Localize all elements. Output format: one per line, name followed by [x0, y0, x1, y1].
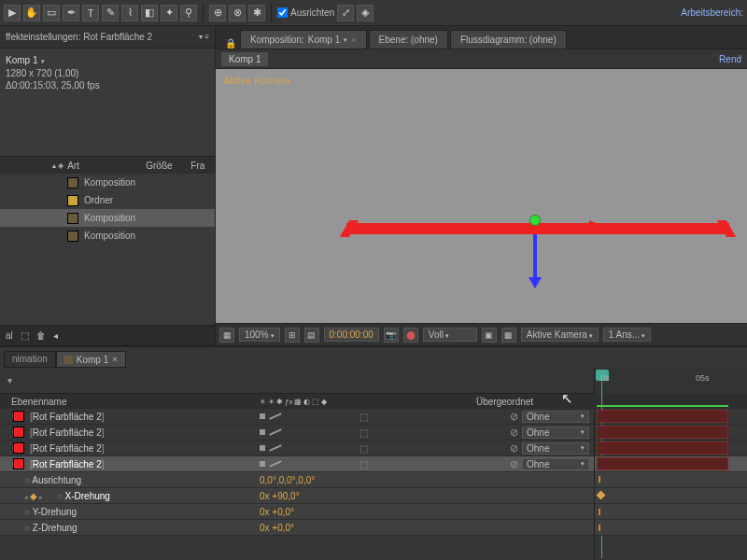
resolution-dropdown[interactable]: Voll [423, 328, 477, 342]
layer-bar[interactable] [597, 457, 728, 470]
project-item[interactable]: Komposition [0, 227, 215, 245]
keyframe-nav-icon[interactable]: ◆ [24, 491, 43, 501]
panel-menu-icon[interactable]: ▾ ≡ [199, 33, 209, 41]
workspace-label[interactable]: Arbeitsbereich: [681, 7, 743, 18]
orientation-value[interactable]: 0,0°,0,0°,0,0° [260, 475, 315, 485]
effect-controls-header[interactable]: ffekteinstellungen: Rot Farbfläche 2 ▾ ≡ [0, 26, 215, 49]
parent-dropdown[interactable]: Ohne [522, 427, 589, 439]
brush-tool-icon[interactable]: ✎ [102, 5, 119, 21]
hand-tool-icon[interactable]: ✋ [23, 5, 40, 21]
z-axis-gizmo[interactable] [533, 234, 537, 279]
col-type[interactable]: Art [67, 161, 142, 171]
search-dropdown-icon[interactable]: ▾ [7, 375, 12, 385]
roi-icon[interactable]: ▣ [482, 328, 497, 343]
col-size[interactable]: Größe [146, 161, 187, 171]
project-item[interactable]: Ordner [0, 191, 215, 209]
composition-viewport[interactable]: Aktive Kamera [216, 69, 747, 323]
yrotation-value[interactable]: 0x +0,0° [260, 507, 294, 517]
zoom-dropdown[interactable]: 100% [239, 328, 280, 342]
layer-bar[interactable] [597, 441, 728, 455]
shy-switch[interactable] [260, 413, 265, 419]
view-axis-icon[interactable]: ✱ [248, 5, 265, 21]
3d-switch-icon[interactable]: ⬚ [359, 412, 368, 422]
3d-switch-icon[interactable]: ⬚ [359, 443, 368, 454]
pickwhip-icon[interactable]: ⊘ [510, 411, 518, 423]
scroll-left-icon[interactable]: ◂ [53, 330, 58, 341]
text-tool-icon[interactable]: T [82, 5, 99, 21]
project-footer-tab[interactable]: al [6, 330, 13, 341]
world-axis-icon[interactable]: ⊗ [229, 5, 246, 21]
mask-toggle-icon[interactable]: ▤ [304, 328, 319, 343]
safe-zones-icon[interactable]: ⊞ [285, 328, 300, 343]
close-icon[interactable]: × [112, 355, 117, 364]
layer-color-swatch[interactable] [13, 411, 24, 422]
snap-checkbox[interactable] [277, 7, 288, 18]
y-axis-gizmo[interactable] [529, 215, 541, 226]
solo-switch[interactable] [269, 444, 282, 452]
work-area-bar[interactable] [597, 405, 728, 407]
timeline-tab-comp[interactable]: Komp 1 × [56, 351, 126, 368]
snap-opt2-icon[interactable]: ◈ [357, 5, 374, 21]
3d-switch-icon[interactable]: ⬚ [359, 459, 368, 469]
close-icon[interactable]: × [351, 35, 356, 45]
shy-switch[interactable] [260, 461, 265, 467]
snap-opt1-icon[interactable]: ⤢ [337, 5, 354, 21]
zrotation-value[interactable]: 0x +0,0° [260, 523, 294, 533]
tab-layer[interactable]: Ebene: (ohne) [369, 30, 448, 49]
project-item[interactable]: Komposition [0, 209, 215, 227]
roto-tool-icon[interactable]: ✦ [161, 5, 177, 21]
grid-icon[interactable]: ▩ [501, 328, 516, 343]
snap-toggle[interactable]: Ausrichten [277, 7, 334, 18]
col-layer-name[interactable]: Ebenenname [11, 397, 67, 407]
keyframe-icon[interactable] [597, 491, 606, 500]
views-dropdown[interactable]: 1 Ans... [603, 328, 651, 342]
bpc-icon[interactable]: ⬚ [21, 330, 29, 341]
puppet-tool-icon[interactable]: ⚲ [180, 5, 197, 21]
col-fr[interactable]: Fra [190, 161, 204, 171]
layer-bar[interactable] [597, 410, 728, 423]
col-parent[interactable]: Übergeordnet [476, 397, 533, 407]
keyframe-marker[interactable] [599, 509, 600, 515]
layer-bar[interactable] [597, 426, 728, 439]
always-preview-icon[interactable]: ▦ [219, 328, 234, 343]
eraser-tool-icon[interactable]: ◧ [141, 5, 158, 21]
breadcrumb-item[interactable]: Komp 1 [221, 52, 268, 66]
channel-icon[interactable]: ⬤ [403, 328, 418, 343]
layer-color-swatch[interactable] [13, 458, 24, 469]
camera-dropdown[interactable]: Aktive Kamera [521, 328, 599, 342]
timeline-tab-render[interactable]: nimation [4, 351, 56, 368]
label-col-icon[interactable]: ▴ ◈ [52, 161, 63, 170]
selection-tool-icon[interactable]: ▶ [4, 5, 21, 21]
time-ruler[interactable]: 0s 05s [594, 368, 747, 394]
solo-switch[interactable] [269, 460, 282, 468]
keyframe-marker[interactable] [599, 525, 600, 531]
shape-tool-icon[interactable]: ▭ [43, 5, 60, 21]
keyframe-marker[interactable] [599, 476, 600, 483]
xrotation-value[interactable]: 0x +90,0° [260, 491, 300, 501]
snapshot-icon[interactable]: 📷 [384, 328, 399, 343]
parent-dropdown[interactable]: Ohne [522, 411, 589, 423]
3d-switch-icon[interactable]: ⬚ [359, 427, 368, 438]
layer-color-swatch[interactable] [13, 442, 24, 454]
tab-composition[interactable]: Komposition: Komp 1 ▾ × [240, 30, 367, 49]
project-item[interactable]: Komposition [0, 174, 215, 191]
shy-switch[interactable] [260, 445, 265, 451]
comp-dropdown-icon[interactable]: ▾ [39, 58, 45, 64]
tab-flowchart[interactable]: Flussdiagramm: (ohne) [450, 30, 567, 49]
solo-switch[interactable] [269, 428, 282, 436]
trash-icon[interactable]: 🗑 [36, 330, 46, 341]
pickwhip-icon[interactable]: ⊘ [510, 427, 518, 439]
track-area[interactable] [594, 409, 747, 560]
lock-icon[interactable]: 🔒 [225, 38, 236, 49]
x-axis-gizmo[interactable] [589, 220, 602, 231]
layer-color-swatch[interactable] [13, 427, 24, 438]
render-link[interactable]: Rend [719, 54, 741, 64]
local-axis-icon[interactable]: ⊕ [209, 5, 226, 21]
shy-switch[interactable] [260, 429, 265, 435]
pickwhip-icon[interactable]: ⊘ [510, 458, 518, 470]
pickwhip-icon[interactable]: ⊘ [510, 442, 518, 455]
current-time[interactable]: 0:00:00:00 [324, 328, 379, 342]
parent-dropdown[interactable]: Ohne [522, 442, 589, 455]
tab-dropdown-icon[interactable]: ▾ [344, 36, 347, 44]
pen-tool-icon[interactable]: ✒ [63, 5, 79, 21]
